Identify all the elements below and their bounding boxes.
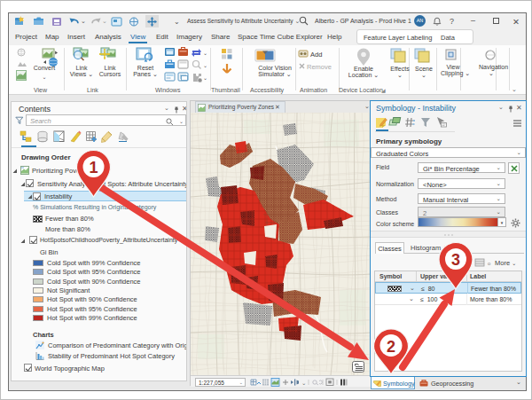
svg-text:⌄: ⌄ — [203, 51, 207, 56]
svg-text:⌄: ⌄ — [174, 18, 180, 26]
svg-text:Remove: Remove — [307, 63, 332, 71]
svg-text:Add: Add — [310, 51, 322, 59]
svg-text:⌄: ⌄ — [81, 18, 86, 24]
svg-text:⌄: ⌄ — [203, 63, 207, 68]
svg-text:⌄: ⌄ — [102, 18, 107, 24]
svg-text:⌄: ⌄ — [203, 75, 207, 81]
svg-text:⌄: ⌄ — [301, 380, 306, 386]
